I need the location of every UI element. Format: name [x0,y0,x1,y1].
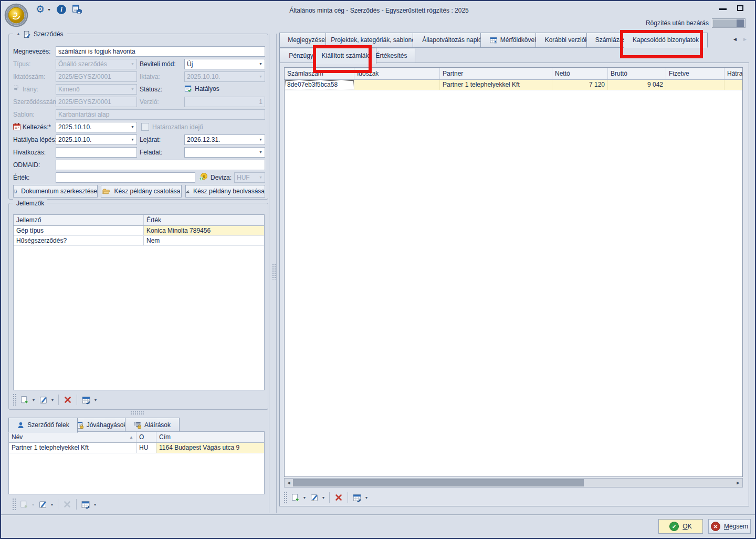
add-row-button[interactable] [18,393,30,406]
edit-row-button[interactable] [36,498,49,511]
tab-alairasok[interactable]: Aláírások [125,418,180,433]
grid-settings-button[interactable] [80,393,92,406]
scroll-left-arrow[interactable]: ◄ [285,479,293,487]
edit-row-dropdown[interactable]: ▼ [49,398,56,402]
feladat-dropdown[interactable]: ▼ [184,147,265,158]
table-row[interactable]: Partner 1 telephelyekkel Kft HU 1164 Bud… [9,443,264,453]
grid-settings-icon [81,500,90,509]
ok-check-icon: ✓ [669,522,679,531]
attach-copy-button[interactable]: Kész példány csatolása [101,185,182,198]
cancel-button[interactable]: ✕ Mégsem [708,519,751,534]
invoices-col-partner[interactable]: Partner [440,68,552,79]
ertek-label: Érték: [13,172,29,183]
tab-allapotvaltozas-naplo[interactable]: Állapotváltozás napló [413,33,491,48]
add-icon [20,396,29,405]
grid-settings-dropdown[interactable]: ▼ [92,398,99,402]
feladat-label: Feladat: [140,147,162,158]
szerzodesszam-label: Szerződésszám: [13,97,60,107]
grid-settings-icon [352,493,362,502]
delete-icon [64,396,72,404]
parties-col-o[interactable]: O [136,432,156,442]
scrollbar-thumb[interactable] [293,479,584,486]
edit-row-button[interactable] [37,393,49,406]
add-row-dropdown[interactable]: ▼ [30,398,37,402]
add-row-dropdown[interactable]: ▼ [301,496,308,500]
invoices-col-fizetve[interactable]: Fizetve [666,68,724,79]
vertical-splitter[interactable] [272,264,276,279]
focused-cell[interactable]: 8de07eb3f5bca58 [285,80,354,90]
add-row-button[interactable] [289,491,301,504]
hivatkozas-input[interactable] [56,147,137,158]
maximize-button[interactable] [737,5,743,11]
scanner-icon [186,188,190,195]
invoices-col-szamlaszam[interactable]: Számlaszám [285,68,354,79]
toolbar-grip[interactable] [13,393,16,406]
app-window: ⚙ ▼ i Általános minta cég - Szerződés - … [0,0,756,539]
scroll-right-arrow[interactable]: ► [734,479,742,487]
edit-row-dropdown[interactable]: ▼ [320,496,327,500]
grid-settings-dropdown[interactable]: ▼ [92,503,98,506]
scan-copy-button[interactable]: Kész példány beolvasása [185,185,265,198]
edit-document-button[interactable]: Dokumentum szerkesztése [13,185,98,198]
megnevezes-input[interactable]: számlázni is fogjuk havonta [56,46,265,57]
contract-groupbox: ▲ Szerződés Megnevezés: számlázni is fog… [8,34,268,200]
toolbar-grip[interactable] [12,498,16,511]
collapse-arrow-icon[interactable]: ▲ [16,29,20,39]
attributes-groupbox: Jellemzők Jellemző Érték Gép típus Konic… [8,203,268,410]
odmaid-input[interactable] [56,160,265,170]
tipus-label: Típus: [13,59,30,69]
verzio-label: Verzió: [140,97,159,107]
app-logo-icon [4,3,28,27]
table-row[interactable]: Gép típus Konica Minolta 789456 [14,226,264,236]
parties-table: Név▲ O Cím Partner 1 telephelyekkel Kft … [8,431,265,494]
edit-row-dropdown[interactable]: ▼ [49,503,55,506]
invoices-col-brutto[interactable]: Bruttó [608,68,666,79]
attributes-table: Jellemző Érték Gép típus Konica Minolta … [13,214,265,390]
add-icon [291,493,300,502]
attributes-col-jellemzo[interactable]: Jellemző [14,215,144,225]
parties-col-nev[interactable]: Név▲ [9,432,136,442]
minimize-button[interactable] [719,8,727,10]
edit-row-button[interactable] [308,491,320,504]
table-row[interactable]: 8de07eb3f5bca58 Partner 1 telephelyekkel… [285,80,742,90]
invoices-col-hatralek[interactable]: Hátralék [724,68,742,79]
currency-coin-icon: $ $ [199,172,208,183]
horizontal-scrollbar[interactable]: ◄ ► [284,478,743,488]
add-row-dropdown-disabled: ▼ [30,503,36,506]
deviza-label: Deviza: [211,172,232,183]
ok-button[interactable]: ✓ OK [658,519,703,534]
parties-col-cim[interactable]: Cím [156,432,264,442]
delete-row-button-disabled [61,498,74,511]
szerzodesszam-input: 2025/EGYSZ/0001 [56,97,137,107]
left-panel-edge [269,34,269,513]
hatarozatlan-checkbox-wrap: Határozatlan idejű [141,123,203,131]
subtab-kiallitott-szamlak[interactable]: Kiállított számlák [314,48,376,64]
parties-toolbar: ▼ ▼ ▼ [10,497,98,512]
close-after-save-toggle[interactable] [712,18,746,28]
tab-scroll-left-arrow[interactable]: ◄ [732,36,738,42]
table-row[interactable]: Hűségszerződés? Nem [14,236,264,246]
megnevezes-label: Megnevezés: [13,46,50,57]
beviteli-mod-dropdown[interactable]: Új▼ [184,59,265,69]
tab-projektek-kategoriak-sablonok[interactable]: Projektek, kategóriák, sablonok [326,33,424,48]
document-edit-icon [23,30,31,38]
invoices-col-netto[interactable]: Nettó [552,68,608,79]
invoices-col-idoszak[interactable]: Időszak [354,68,440,79]
toolbar-grip[interactable] [284,491,287,504]
tab-kapcsolodo-bizonylatok[interactable]: Kapcsolódó bizonylatok [624,33,708,48]
grid-settings-button[interactable] [351,491,363,504]
tab-szerzodo-felek[interactable]: Szerződő felek [8,418,78,433]
ertek-input[interactable] [56,172,195,183]
beviteli-mod-label: Beviteli mód: [140,59,176,69]
grid-settings-dropdown[interactable]: ▼ [363,496,370,500]
lejarat-dropdown[interactable]: 2026.12.31.▼ [184,134,265,145]
horizontal-splitter[interactable] [130,411,144,414]
statusz-value-wrap: Hatályos [184,85,219,92]
delete-row-button[interactable] [332,491,345,504]
attributes-col-ertek[interactable]: Érték [144,215,264,225]
person-icon [17,421,25,429]
keltezes-dropdown[interactable]: 2025.10.10.▼ [56,122,137,132]
grid-settings-button[interactable] [79,498,92,511]
hatalyba-lepes-dropdown[interactable]: 2025.10.10.▼ [56,134,137,145]
delete-row-button[interactable] [61,393,74,406]
